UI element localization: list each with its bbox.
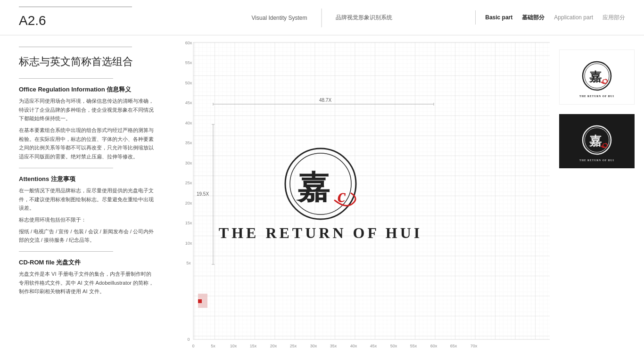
- svg-text:10x: 10x: [185, 241, 192, 246]
- section-divider-3: [19, 251, 113, 252]
- svg-text:19.5X: 19.5X: [197, 191, 209, 197]
- svg-text:嘉: 嘉: [588, 70, 602, 84]
- svg-text:5x: 5x: [211, 344, 215, 348]
- grid-svg: 60x 55x 50x 45x 40x 35x 30x 25x 20x 15x …: [174, 35, 550, 362]
- svg-text:THE RETURN OF HUI: THE RETURN OF HUI: [219, 224, 422, 241]
- section-title-main: 标志与英文简称首选组合: [19, 55, 156, 69]
- svg-text:嘉: 嘉: [296, 170, 330, 206]
- svg-text:50x: 50x: [185, 81, 192, 85]
- svg-text:35x: 35x: [330, 344, 337, 348]
- svg-text:40x: 40x: [350, 344, 357, 348]
- svg-rect-1: [193, 42, 550, 339]
- svg-text:15x: 15x: [250, 344, 257, 348]
- logo-text-white-version: THE RETURN OF HUI: [579, 95, 614, 98]
- vi-title-cn: 品牌视觉形象识别系统: [336, 14, 392, 22]
- svg-text:5x: 5x: [186, 261, 191, 265]
- header-center-divider: [321, 8, 322, 27]
- svg-text:15x: 15x: [185, 221, 192, 225]
- basic-part-en: Basic part: [485, 14, 512, 21]
- header-center: Visual Identity System 品牌视觉形象识别系统: [252, 0, 393, 35]
- logo-icon-black: 嘉 c: [580, 123, 613, 156]
- header-top-divider: [19, 7, 132, 7]
- attentions-text3: 报纸 / 电视广告 / 宣传 / 包装 / 会议 / 新闻发布会 / 公司内外部…: [19, 227, 156, 245]
- svg-text:45x: 45x: [370, 344, 377, 348]
- svg-text:60x: 60x: [430, 344, 438, 348]
- logo-icon-white: 嘉 c: [580, 59, 613, 92]
- regulation-title: Office Regulation Information 信息释义: [19, 85, 156, 94]
- svg-text:30x: 30x: [185, 161, 192, 165]
- main-layout: 标志与英文简称首选组合 Office Regulation Informatio…: [0, 35, 644, 362]
- svg-text:0: 0: [187, 337, 190, 342]
- svg-text:60x: 60x: [185, 41, 192, 45]
- attentions-text1: 在一般情况下使用品牌标志，应尽量使用提供的光盘电子文件，不建议使用标准制图绘制标…: [19, 186, 156, 213]
- header-right: Basic part 基础部分 Application part 应用部分: [475, 10, 625, 25]
- svg-text:0: 0: [192, 344, 194, 348]
- page-number: A2.6: [19, 14, 46, 28]
- regulation-text2: 在基本要素组合系统中出现的组合形式均经过严格的测算与检验。在实际应用中，标志的位…: [19, 126, 156, 161]
- svg-text:55x: 55x: [410, 344, 417, 348]
- basic-part-cn: 基础部分: [522, 14, 545, 22]
- attentions-title: Attentions 注意事项: [19, 175, 156, 183]
- vi-title-en: Visual Identity System: [252, 15, 307, 21]
- app-part-en: Application part: [554, 14, 593, 21]
- svg-text:40x: 40x: [185, 121, 192, 125]
- left-sidebar: 标志与英文简称首选组合 Office Regulation Informatio…: [0, 35, 174, 362]
- center-grid: 60x 55x 50x 45x 40x 35x 30x 25x 20x 15x …: [174, 35, 550, 362]
- svg-rect-39: [198, 299, 202, 303]
- regulation-text1: 为适应不同使用场合与环境，确保信息传达的清晰与准确，特设计了企业品牌的多种组合，…: [19, 97, 156, 123]
- section-divider-2: [19, 168, 113, 168]
- header-left: A2.6: [19, 7, 46, 28]
- svg-text:25x: 25x: [290, 344, 297, 348]
- svg-text:20x: 20x: [185, 201, 192, 206]
- logo-text-black-version: THE RETURN OF HUI: [579, 159, 614, 162]
- logo-white-version: 嘉 c THE RETURN OF HUI: [559, 49, 635, 105]
- svg-text:45x: 45x: [185, 100, 192, 105]
- svg-text:35x: 35x: [185, 140, 192, 145]
- svg-text:48.7X: 48.7X: [319, 98, 331, 103]
- svg-text:10x: 10x: [230, 344, 237, 348]
- app-part-cn: 应用部分: [603, 14, 625, 22]
- svg-text:70x: 70x: [471, 344, 478, 348]
- svg-text:65x: 65x: [450, 344, 457, 348]
- svg-text:50x: 50x: [390, 344, 397, 348]
- cdrom-text: 光盘文件是本 VI 手册电子文件的集合，内含手册制作时的专用软件格式文件。其中 …: [19, 270, 156, 296]
- top-header: A2.6 Visual Identity System 品牌视觉形象识别系统 B…: [0, 0, 644, 35]
- svg-text:30x: 30x: [310, 344, 317, 348]
- right-panel: 嘉 c THE RETURN OF HUI 嘉 c THE RETURN OF …: [550, 35, 644, 362]
- header-right-divider: [475, 10, 476, 25]
- cdrom-title: CD-ROM file 光盘文件: [19, 258, 156, 267]
- attentions-text2: 标志使用环境包括但不限于：: [19, 215, 156, 224]
- sidebar-top-divider: [19, 47, 132, 47]
- svg-text:嘉: 嘉: [588, 134, 602, 148]
- svg-text:55x: 55x: [185, 60, 192, 65]
- svg-text:20x: 20x: [270, 344, 277, 348]
- svg-text:25x: 25x: [185, 181, 192, 185]
- section-divider-1: [19, 78, 113, 79]
- logo-black-version: 嘉 c THE RETURN OF HUI: [559, 114, 635, 168]
